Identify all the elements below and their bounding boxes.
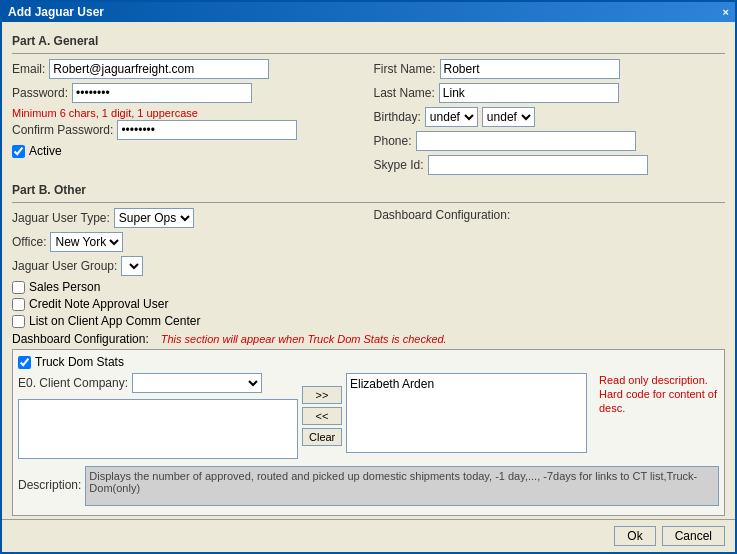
lastname-label: Last Name:	[374, 86, 435, 100]
client-company-area: E0. Client Company: >> << Clear Elizabet…	[18, 373, 719, 459]
active-label: Active	[29, 144, 62, 158]
confirm-row: Confirm Password:	[12, 120, 364, 140]
firstname-row: First Name:	[374, 59, 726, 79]
arrow-buttons: >> << Clear	[302, 373, 342, 459]
desc-area: Displays the number of approved, routed …	[85, 466, 719, 506]
office-row: Office: New York	[12, 232, 364, 252]
client-company-row: E0. Client Company:	[18, 373, 298, 393]
active-row: Active	[12, 144, 364, 158]
firstname-input[interactable]	[440, 59, 620, 79]
phone-label: Phone:	[374, 134, 412, 148]
user-group-row: Jaguar User Group:	[12, 256, 364, 276]
truck-dom-label: Truck Dom Stats	[35, 355, 124, 369]
birthday-day-select[interactable]: undef	[482, 107, 535, 127]
right-list[interactable]: Elizabeth Arden	[346, 373, 587, 453]
birthday-label: Birthday:	[374, 110, 421, 124]
user-group-select[interactable]	[121, 256, 143, 276]
clear-button[interactable]: Clear	[302, 428, 342, 446]
user-type-label: Jaguar User Type:	[12, 211, 110, 225]
part-b-left: Jaguar User Type: Super Ops Office: New …	[12, 208, 364, 280]
part-a-right: First Name: Last Name: Birthday: undef u…	[374, 59, 726, 179]
sales-person-checkbox[interactable]	[12, 281, 25, 294]
list-item: Elizabeth Arden	[350, 377, 583, 391]
dashboard-config-label-row: Dashboard Configuration:	[374, 208, 726, 222]
desc-label: Description:	[18, 478, 81, 492]
lastname-input[interactable]	[439, 83, 619, 103]
user-group-label: Jaguar User Group:	[12, 259, 117, 273]
password-row: Password:	[12, 83, 364, 103]
part-b-right: Dashboard Configuration:	[374, 208, 726, 280]
birthday-month-select[interactable]: undef	[425, 107, 478, 127]
divider-b	[12, 202, 725, 203]
left-list[interactable]	[18, 399, 298, 459]
email-row: Email:	[12, 59, 364, 79]
truck-dom-note: This section will appear when Truck Dom …	[161, 333, 447, 345]
cancel-button[interactable]: Cancel	[662, 526, 725, 546]
password-input[interactable]	[72, 83, 252, 103]
firstname-label: First Name:	[374, 62, 436, 76]
ok-button[interactable]: Ok	[614, 526, 655, 546]
right-note-container: Read only description. Hard code for con…	[599, 373, 719, 459]
content-area: Part A. General Email: Password: Minimum…	[2, 22, 735, 519]
list-on-client-label: List on Client App Comm Center	[29, 314, 200, 328]
right-note: Read only description. Hard code for con…	[599, 374, 717, 414]
skype-input[interactable]	[428, 155, 648, 175]
password-hint: Minimum 6 chars, 1 digit, 1 uppercase	[12, 107, 364, 119]
sales-person-row: Sales Person	[12, 280, 725, 294]
office-label: Office:	[12, 235, 46, 249]
email-label: Email:	[12, 62, 45, 76]
lastname-row: Last Name:	[374, 83, 726, 103]
phone-input[interactable]	[416, 131, 636, 151]
main-window: Add Jaguar User × Part A. General Email:…	[0, 0, 737, 554]
active-checkbox[interactable]	[12, 145, 25, 158]
password-label: Password:	[12, 86, 68, 100]
credit-note-label: Credit Note Approval User	[29, 297, 168, 311]
part-a-label: Part A. General	[12, 34, 725, 48]
email-input[interactable]	[49, 59, 269, 79]
footer: Ok Cancel	[2, 519, 735, 552]
part-b-label: Part B. Other	[12, 183, 725, 197]
client-company-select[interactable]	[132, 373, 262, 393]
desc-row: Description: Displays the number of appr…	[18, 463, 719, 506]
confirm-label: Confirm Password:	[12, 123, 113, 137]
user-type-row: Jaguar User Type: Super Ops	[12, 208, 364, 228]
sales-person-label: Sales Person	[29, 280, 100, 294]
confirm-input[interactable]	[117, 120, 297, 140]
skype-label: Skype Id:	[374, 158, 424, 172]
office-select[interactable]: New York	[50, 232, 123, 252]
list-on-client-checkbox[interactable]	[12, 315, 25, 328]
phone-row: Phone:	[374, 131, 726, 151]
dashboard-config-label: Dashboard Configuration:	[374, 208, 511, 222]
window-title: Add Jaguar User	[8, 5, 104, 19]
forward-button[interactable]: >>	[302, 386, 342, 404]
credit-note-row: Credit Note Approval User	[12, 297, 725, 311]
part-b-top: Jaguar User Type: Super Ops Office: New …	[12, 208, 725, 280]
skype-row: Skype Id:	[374, 155, 726, 175]
close-button[interactable]: ×	[723, 6, 729, 18]
divider-a	[12, 53, 725, 54]
truck-dom-row: Truck Dom Stats	[18, 355, 719, 369]
user-type-select[interactable]: Super Ops	[114, 208, 194, 228]
left-panel: E0. Client Company:	[18, 373, 298, 459]
back-button[interactable]: <<	[302, 407, 342, 425]
part-a-left: Email: Password: Minimum 6 chars, 1 digi…	[12, 59, 364, 179]
title-bar: Add Jaguar User ×	[2, 2, 735, 22]
part-a-columns: Email: Password: Minimum 6 chars, 1 digi…	[12, 59, 725, 179]
dashboard-config-section-label: Dashboard Configuration:	[12, 332, 149, 346]
dashboard-config-header: Dashboard Configuration: This section wi…	[12, 332, 725, 346]
birthday-row: Birthday: undef undef	[374, 107, 726, 127]
dashboard-section: Truck Dom Stats E0. Client Company: >> <…	[12, 349, 725, 516]
right-panel: Elizabeth Arden	[346, 373, 587, 459]
list-on-client-row: List on Client App Comm Center	[12, 314, 725, 328]
client-company-label: E0. Client Company:	[18, 376, 128, 390]
credit-note-checkbox[interactable]	[12, 298, 25, 311]
truck-dom-checkbox[interactable]	[18, 356, 31, 369]
